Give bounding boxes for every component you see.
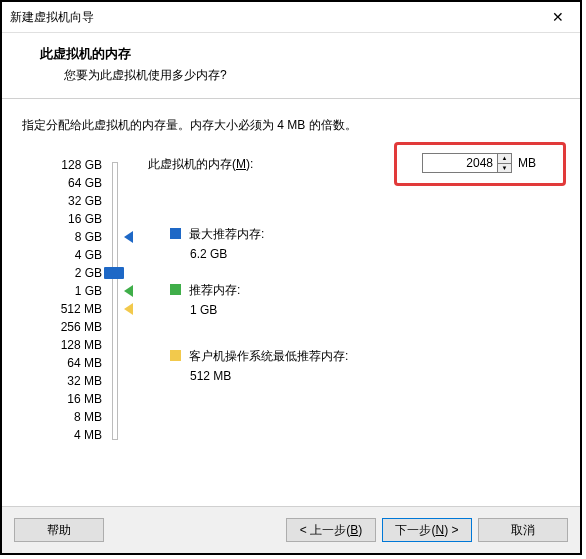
slider-tick: 4 MB — [74, 426, 102, 444]
square-blue-icon — [170, 228, 181, 239]
marker-min-icon — [124, 303, 133, 315]
legend-min: 客户机操作系统最低推荐内存: 512 MB — [170, 348, 348, 383]
memory-unit: MB — [518, 156, 536, 170]
slider-tick: 128 MB — [61, 336, 102, 354]
wizard-window: 新建虚拟机向导 ✕ 此虚拟机的内存 您要为此虚拟机使用多少内存? 指定分配给此虚… — [0, 0, 582, 555]
page-title: 此虚拟机的内存 — [40, 45, 560, 63]
memory-row: 128 GB64 GB32 GB16 GB8 GB4 GB2 GB1 GB512… — [22, 156, 560, 444]
slider-tick: 64 GB — [68, 174, 102, 192]
legend-rec-value: 1 GB — [190, 303, 240, 317]
legend-min-label: 客户机操作系统最低推荐内存: — [189, 349, 348, 363]
slider-tick: 128 GB — [61, 156, 102, 174]
slider-tick: 32 MB — [67, 372, 102, 390]
slider-tick: 32 GB — [68, 192, 102, 210]
slider-tick: 4 GB — [75, 246, 102, 264]
cancel-button[interactable]: 取消 — [478, 518, 568, 542]
memory-input[interactable] — [422, 153, 498, 173]
memory-spinner[interactable]: ▲ ▼ — [498, 153, 512, 173]
page-subtitle: 您要为此虚拟机使用多少内存? — [64, 67, 560, 84]
legend-max-value: 6.2 GB — [190, 247, 264, 261]
slider-tick-labels: 128 GB64 GB32 GB16 GB8 GB4 GB2 GB1 GB512… — [22, 156, 102, 444]
legend-rec-label: 推荐内存: — [189, 283, 240, 297]
legend-max-label: 最大推荐内存: — [189, 227, 264, 241]
close-button[interactable]: ✕ — [536, 2, 580, 32]
slider-thumb[interactable] — [104, 267, 124, 279]
memory-slider[interactable] — [102, 156, 148, 444]
help-button[interactable]: 帮助 — [14, 518, 104, 542]
info-column: 此虚拟机的内存(M): ▲ ▼ MB 最大推荐内存: 6.2 GB — [148, 156, 560, 183]
window-title: 新建虚拟机向导 — [10, 9, 94, 26]
slider-tick: 16 GB — [68, 210, 102, 228]
button-bar: 帮助 < 上一步(B) 下一步(N) > 取消 — [2, 506, 580, 553]
instruction-text: 指定分配给此虚拟机的内存量。内存大小必须为 4 MB 的倍数。 — [22, 117, 560, 134]
wizard-header: 此虚拟机的内存 您要为此虚拟机使用多少内存? — [2, 33, 580, 99]
slider-tick: 1 GB — [75, 282, 102, 300]
slider-tick: 64 MB — [67, 354, 102, 372]
square-green-icon — [170, 284, 181, 295]
slider-tick: 16 MB — [67, 390, 102, 408]
legend-min-value: 512 MB — [190, 369, 348, 383]
memory-spinbox: ▲ ▼ MB — [422, 153, 536, 173]
slider-tick: 512 MB — [61, 300, 102, 318]
back-button[interactable]: < 上一步(B) — [286, 518, 376, 542]
spinner-up-icon[interactable]: ▲ — [498, 154, 511, 164]
close-icon: ✕ — [552, 9, 564, 25]
marker-rec-icon — [124, 285, 133, 297]
titlebar: 新建虚拟机向导 ✕ — [2, 2, 580, 33]
slider-track — [112, 162, 118, 440]
slider-tick: 8 GB — [75, 228, 102, 246]
legend-max: 最大推荐内存: 6.2 GB — [170, 226, 264, 261]
memory-label: 此虚拟机的内存(M): — [148, 156, 253, 173]
legend-rec: 推荐内存: 1 GB — [170, 282, 240, 317]
content-area: 指定分配给此虚拟机的内存量。内存大小必须为 4 MB 的倍数。 128 GB64… — [2, 99, 580, 506]
marker-max-icon — [124, 231, 133, 243]
next-button[interactable]: 下一步(N) > — [382, 518, 472, 542]
square-yellow-icon — [170, 350, 181, 361]
slider-tick: 8 MB — [74, 408, 102, 426]
slider-tick: 256 MB — [61, 318, 102, 336]
slider-tick: 2 GB — [75, 264, 102, 282]
spinner-down-icon[interactable]: ▼ — [498, 164, 511, 173]
